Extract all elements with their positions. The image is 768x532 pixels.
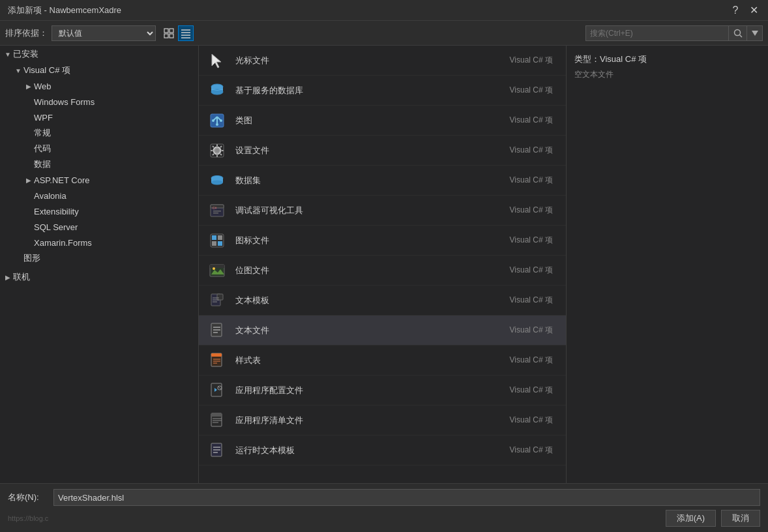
icon-file-name: 图标文件	[235, 235, 510, 246]
graphics-item[interactable]: 图形	[0, 250, 198, 266]
close-button[interactable]: ✕	[747, 4, 760, 16]
extensibility-label: Extensibility	[34, 207, 79, 216]
svg-rect-33	[212, 241, 216, 246]
dataset-icon	[207, 170, 228, 191]
svg-rect-56	[211, 413, 222, 417]
item-description: 空文本文件	[574, 69, 760, 80]
runtime-template-category: Visual C# 项	[510, 445, 553, 456]
list-item-class-diagram[interactable]: 类图 Visual C# 项	[199, 106, 566, 136]
app-config-category: Visual C# 项	[510, 385, 553, 396]
general-label: 常规	[34, 127, 51, 139]
sort-label: 排序依据：	[5, 27, 48, 39]
list-item-icon[interactable]: 图标文件 Visual C# 项	[199, 226, 566, 256]
online-section[interactable]: ▶ 联机	[0, 269, 198, 286]
text-file-category: Visual C# 项	[510, 325, 553, 336]
help-button[interactable]: ?	[729, 5, 742, 16]
name-row: 名称(N):	[8, 489, 760, 506]
cancel-button[interactable]: 取消	[721, 510, 760, 527]
sort-select[interactable]: 默认值 名称 类型	[52, 25, 156, 41]
code-item[interactable]: 代码	[0, 141, 198, 156]
title-bar-controls: ? ✕	[729, 4, 760, 16]
app-manifest-icon	[207, 410, 228, 431]
installed-section[interactable]: ▼ 已安装	[0, 46, 198, 63]
stylesheet-category: Visual C# 项	[510, 355, 553, 366]
watermark-text: https://blog.c	[8, 514, 48, 522]
search-button[interactable]	[729, 25, 747, 41]
stylesheet-name: 样式表	[235, 355, 510, 366]
debugger-category: Visual C# 项	[510, 205, 553, 216]
list-item-text-template[interactable]: 文本模板 Visual C# 项	[199, 286, 566, 316]
svg-point-18	[216, 123, 218, 126]
list-item-app-config[interactable]: 应用程序配置文件 Visual C# 项	[199, 376, 566, 406]
grid-view-button[interactable]	[161, 25, 177, 41]
svg-line-9	[739, 35, 742, 37]
avalonia-item[interactable]: Avalonia	[0, 188, 198, 203]
svg-point-19	[214, 148, 220, 153]
item-type-label: 类型：Visual C# 项	[574, 53, 760, 65]
svg-rect-34	[218, 241, 222, 246]
svg-text:C#: C#	[213, 206, 217, 210]
search-input[interactable]	[585, 25, 729, 41]
installed-expand-icon: ▼	[3, 51, 13, 58]
search-dropdown-button[interactable]	[747, 25, 763, 41]
winforms-item[interactable]: Windows Forms	[0, 94, 198, 110]
wpf-item[interactable]: WPF	[0, 110, 198, 125]
body-row: ▼ 已安装 ▼ Visual C# 项 ▶ Web Windows Forms	[0, 46, 768, 483]
cursor-file-category: Visual C# 项	[510, 55, 553, 66]
svg-point-24	[211, 180, 223, 185]
db-service-category: Visual C# 项	[510, 85, 553, 96]
data-item[interactable]: 数据	[0, 156, 198, 172]
view-toggle	[161, 25, 194, 41]
list-item-debugger[interactable]: C# 调试器可视化工具 Visual C# 项	[199, 196, 566, 226]
svg-rect-3	[170, 34, 173, 38]
svg-rect-39	[217, 294, 223, 300]
installed-label: 已安装	[13, 48, 38, 60]
svg-rect-28	[213, 211, 221, 212]
list-item-db-service[interactable]: 基于服务的数据库 Visual C# 项	[199, 76, 566, 106]
app-config-icon	[207, 380, 228, 401]
list-item-text-file[interactable]: 文本文件 Visual C# 项	[199, 316, 566, 346]
xamarin-item[interactable]: Xamarin.Forms	[0, 235, 198, 250]
web-expand-icon: ▶	[23, 83, 34, 90]
list-item-settings[interactable]: 设置文件 Visual C# 项	[199, 136, 566, 166]
svg-rect-1	[170, 29, 173, 33]
svg-rect-48	[211, 353, 222, 357]
list-item-app-manifest[interactable]: 应用程序清单文件 Visual C# 项	[199, 406, 566, 436]
list-view-button[interactable]	[178, 25, 194, 41]
extensibility-item[interactable]: Extensibility	[0, 203, 198, 219]
list-item-stylesheet[interactable]: 样式表 Visual C# 项	[199, 346, 566, 376]
name-input[interactable]	[53, 489, 760, 506]
svg-point-37	[213, 267, 215, 270]
svg-point-17	[220, 119, 222, 122]
wpf-label: WPF	[34, 113, 53, 123]
winforms-label: Windows Forms	[34, 97, 95, 107]
visual-csharp-expand-icon: ▼	[13, 67, 23, 74]
app-manifest-name: 应用程序清单文件	[235, 415, 510, 426]
code-label: 代码	[34, 143, 51, 155]
text-file-icon	[207, 320, 228, 341]
toolbar: 排序依据： 默认值 名称 类型	[0, 21, 768, 46]
sqlserver-item[interactable]: SQL Server	[0, 219, 198, 235]
list-item-bitmap[interactable]: 位图文件 Visual C# 项	[199, 256, 566, 286]
web-item[interactable]: ▶ Web	[0, 78, 198, 94]
text-template-name: 文本模板	[235, 295, 510, 306]
aspnet-item[interactable]: ▶ ASP.NET Core	[0, 172, 198, 188]
add-button[interactable]: 添加(A)	[666, 510, 716, 527]
stylesheet-icon	[207, 350, 228, 371]
list-item-cursor[interactable]: 光标文件 Visual C# 项	[199, 46, 566, 76]
visual-csharp-item[interactable]: ▼ Visual C# 项	[0, 63, 198, 78]
search-area	[585, 25, 763, 41]
svg-rect-29	[213, 213, 218, 214]
database-icon	[207, 80, 228, 101]
db-service-name: 基于服务的数据库	[235, 85, 510, 96]
list-item-runtime-template[interactable]: 运行时文本模板 Visual C# 项	[199, 436, 566, 466]
settings-file-name: 设置文件	[235, 145, 510, 156]
title-bar: 添加新项 - NawbemcemXadre ? ✕	[0, 0, 768, 21]
icon-file-icon	[207, 230, 228, 251]
general-item[interactable]: 常规	[0, 125, 198, 141]
debugger-name: 调试器可视化工具	[235, 205, 510, 216]
app-config-name: 应用程序配置文件	[235, 385, 510, 396]
aspnet-expand-icon: ▶	[23, 177, 34, 184]
list-item-dataset[interactable]: 数据集 Visual C# 项	[199, 166, 566, 196]
class-diagram-category: Visual C# 项	[510, 115, 553, 126]
